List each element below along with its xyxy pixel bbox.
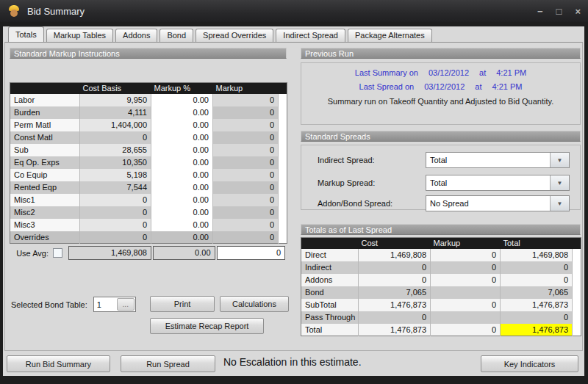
col-markup: Markup xyxy=(431,238,501,249)
table-row[interactable]: Addons000 xyxy=(301,274,581,286)
tab-package-alternates[interactable]: Package Alternates xyxy=(348,29,432,42)
table-row[interactable]: Co Equip5,1980.000 xyxy=(10,169,287,181)
col-markup-pct: Markup % xyxy=(151,83,213,94)
tab-indirect-spread[interactable]: Indirect Spread xyxy=(276,29,345,42)
standard-markup-instructions-header: Standard Markup Instructions xyxy=(10,48,287,59)
grid-header-row: Cost Basis Markup % Markup xyxy=(10,83,287,94)
table-row[interactable]: Direct1,469,80801,469,808 xyxy=(301,249,581,261)
bid-summary-window: Bid Summary − □ × Totals Markup Tables A… xyxy=(0,0,588,384)
grid-header-row: Cost Markup Total xyxy=(301,238,581,249)
browse-ellipsis-button[interactable]: ... xyxy=(117,298,135,311)
table-row[interactable]: Misc300.000 xyxy=(10,219,287,231)
run-bid-summary-button[interactable]: Run Bid Summary xyxy=(7,355,110,372)
standard-spreads-header: Standard Spreads xyxy=(301,131,581,142)
table-row[interactable]: Sub28,6550.000 xyxy=(10,144,287,156)
addon-bond-spread-label: Addon/Bond Spread: xyxy=(318,199,406,208)
window-title: Bid Summary xyxy=(27,6,85,17)
table-row[interactable]: Misc100.000 xyxy=(10,194,287,206)
summary-run-note: Summary run on Takeoff Quantity and Adju… xyxy=(301,97,580,106)
standard-spreads-box: Indirect Spread: Total ▼ Markup Spread: … xyxy=(301,145,581,210)
no-escalation-note: No Escalation in this estimate. xyxy=(223,356,362,368)
bond-table-input[interactable]: 1 ... xyxy=(93,297,136,312)
estimate-recap-report-button[interactable]: Estimate Recap Report xyxy=(150,318,264,334)
indirect-spread-select[interactable]: Total ▼ xyxy=(426,152,570,168)
previous-run-box: Last Summary on 03/12/2012 at 4:21 PM La… xyxy=(301,62,581,125)
totals-tab-panel: Standard Markup Instructions Cost Basis … xyxy=(4,42,583,351)
last-spread-line: Last Spread on 03/12/2012 at 4:21 PM xyxy=(301,82,580,91)
table-row[interactable]: SubTotal1,476,87301,476,873 xyxy=(301,299,581,311)
total-markup-pct: 0.00 xyxy=(153,246,215,260)
tab-bond[interactable]: Bond xyxy=(159,29,193,42)
key-indicators-button[interactable]: Key Indicators xyxy=(481,355,578,372)
table-row[interactable]: Overrides00.000 xyxy=(10,231,287,244)
tab-totals[interactable]: Totals xyxy=(8,26,44,42)
tab-markup-tables[interactable]: Markup Tables xyxy=(46,29,113,42)
table-row[interactable]: Burden4,1110.000 xyxy=(10,106,287,119)
table-row[interactable]: Perm Matl1,404,0000.000 xyxy=(10,119,287,131)
table-row[interactable]: Pass Through00 xyxy=(301,311,581,324)
title-bar[interactable]: Bid Summary − □ × xyxy=(0,0,588,22)
previous-run-header: Previous Run xyxy=(301,48,581,59)
col-cost: Cost xyxy=(359,238,431,249)
selected-bond-table-label: Selected Bond Table: xyxy=(11,300,87,309)
col-markup: Markup xyxy=(213,83,279,94)
total-markup: 0 xyxy=(217,246,285,260)
totals-last-spread-grid: Cost Markup Total Direct1,469,80801,469,… xyxy=(301,237,581,336)
totals-last-spread-header: Totals as of Last Spread xyxy=(301,224,581,235)
tab-spread-overrides[interactable]: Spread Overrides xyxy=(196,29,273,42)
print-button[interactable]: Print xyxy=(150,296,215,312)
col-total: Total xyxy=(501,238,573,249)
use-avg-checkbox[interactable] xyxy=(53,248,62,258)
hardhat-worker-icon xyxy=(7,4,21,18)
close-icon[interactable]: × xyxy=(575,7,581,16)
client-area: Totals Markup Tables Addons Bond Spread … xyxy=(3,26,584,376)
markup-instructions-grid: Cost Basis Markup % Markup Labor9,9500.0… xyxy=(10,82,287,244)
use-avg-label: Use Avg: xyxy=(10,249,53,258)
last-summary-line: Last Summary on 03/12/2012 at 4:21 PM xyxy=(301,68,580,77)
table-row[interactable]: Bond7,0657,065 xyxy=(301,286,581,299)
grand-total-highlight: 1,476,873 xyxy=(501,324,573,336)
calculations-button[interactable]: Calculations xyxy=(220,296,289,312)
table-row[interactable]: Eq Op. Exps10,3500.000 xyxy=(10,156,287,169)
table-row[interactable]: Total1,476,87301,476,873 xyxy=(301,324,581,336)
indirect-spread-label: Indirect Spread: xyxy=(318,156,406,164)
chevron-down-icon[interactable]: ▼ xyxy=(550,196,569,211)
tab-strip: Totals Markup Tables Addons Bond Spread … xyxy=(3,26,584,42)
col-cost-basis: Cost Basis xyxy=(80,83,151,94)
minimize-icon[interactable]: − xyxy=(537,7,543,16)
run-spread-button[interactable]: Run Spread xyxy=(121,355,215,372)
table-row[interactable]: Misc200.000 xyxy=(10,206,287,219)
total-cost-basis: 1,469,808 xyxy=(68,246,151,260)
table-row[interactable]: Const Matl00.000 xyxy=(10,131,287,144)
bottom-bar: Run Bid Summary Run Spread No Escalation… xyxy=(3,351,584,376)
chevron-down-icon[interactable]: ▼ xyxy=(550,175,569,190)
addon-bond-spread-select[interactable]: No Spread ▼ xyxy=(426,195,570,211)
markup-spread-select[interactable]: Total ▼ xyxy=(426,175,570,191)
maximize-icon[interactable]: □ xyxy=(556,7,562,16)
markup-spread-label: Markup Spread: xyxy=(318,178,406,187)
table-row[interactable]: Indirect000 xyxy=(301,261,581,274)
chevron-down-icon[interactable]: ▼ xyxy=(550,153,569,167)
table-row[interactable]: Labor9,9500.000 xyxy=(10,94,287,106)
table-row[interactable]: Rented Eqp7,5440.000 xyxy=(10,181,287,194)
tab-addons[interactable]: Addons xyxy=(115,29,157,42)
